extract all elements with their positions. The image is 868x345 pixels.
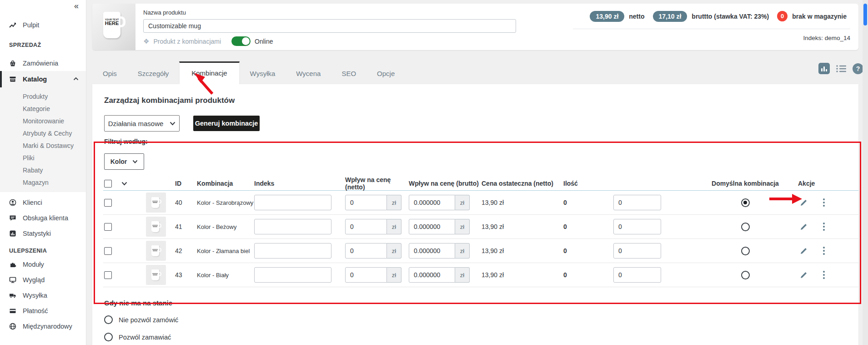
select-all-checkbox[interactable] — [104, 180, 112, 188]
col-header-impact-brutto: Wpływ na cenę (brutto) — [409, 180, 482, 187]
bulk-select-chevron-icon[interactable] — [121, 182, 127, 186]
sidebar-item-kategorie[interactable]: Kategorie — [0, 102, 86, 115]
store-icon — [9, 76, 16, 83]
online-toggle[interactable] — [231, 36, 251, 46]
final-price-value: 13,90 zł — [482, 199, 563, 206]
combination-row: 41 Kolor - Beżowy zł zł 13,90 zł 0 — [103, 215, 858, 239]
sidebar-item-atrybuty[interactable]: Atrybuty & Cechy — [0, 127, 86, 139]
tab-opis[interactable]: Opis — [92, 64, 127, 84]
impact-brutto-input[interactable] — [409, 219, 455, 234]
product-name-input[interactable] — [143, 19, 516, 33]
product-header-card: YOUR TEXT HERE Nazwa produktu ❖ Produkt … — [92, 4, 858, 50]
col-header-id: ID — [175, 180, 197, 187]
sidebar-item-obsluga[interactable]: Obsługa klienta — [0, 210, 86, 226]
bulk-actions-button[interactable]: Działania masowe — [104, 115, 180, 132]
tab-seo[interactable]: SEO — [331, 64, 366, 84]
color-filter-select[interactable]: Kolor — [104, 153, 144, 170]
indeks-input[interactable] — [254, 219, 331, 234]
impact-netto-input[interactable] — [345, 243, 387, 259]
sidebar-item-klienci[interactable]: Klienci — [0, 195, 86, 210]
table-header-row: ID Kombinacja Indeks Wpływ na cenę (nett… — [103, 176, 858, 191]
deny-orders-radio[interactable] — [104, 315, 113, 324]
col-header-default: Domyślna kombinacja — [712, 180, 779, 187]
monitor-icon — [9, 276, 16, 284]
quantity-input[interactable] — [613, 219, 661, 234]
truck-icon — [9, 292, 16, 299]
oos-option-allow[interactable]: Pozwól zamawiać — [104, 333, 858, 341]
sidebar-item-zamowienia[interactable]: Zamówienia — [0, 56, 86, 71]
default-combination-radio[interactable] — [741, 198, 750, 207]
quantity-input[interactable] — [613, 267, 661, 283]
sidebar-item-produkty[interactable]: Produkty — [0, 90, 86, 102]
impact-netto-input[interactable] — [345, 267, 387, 283]
combination-name: Kolor - Szarobrązowy — [197, 199, 254, 206]
sidebar-item-wysylka[interactable]: Wysyłka — [0, 288, 86, 303]
product-type-label: Produkt z kombinacjami — [153, 38, 221, 45]
list-view-icon[interactable] — [836, 64, 847, 73]
sidebar-item-platnosc[interactable]: Płatność — [0, 303, 86, 319]
sidebar-item-label: Zamówienia — [23, 60, 58, 67]
stats-chart-icon[interactable] — [818, 63, 830, 74]
impact-brutto-input[interactable] — [409, 243, 455, 259]
tab-wysylka[interactable]: Wysyłka — [240, 64, 286, 84]
default-combination-radio[interactable] — [741, 247, 750, 255]
row-menu-icon[interactable] — [822, 198, 826, 208]
row-checkbox[interactable] — [104, 247, 112, 255]
impact-netto-input[interactable] — [345, 195, 387, 210]
sidebar-item-label: Międzynarodowy — [23, 323, 72, 330]
help-icon[interactable]: ? — [853, 63, 863, 74]
oos-option-deny[interactable]: Nie pozwól zamówić — [104, 315, 858, 324]
chat-icon — [9, 214, 16, 222]
edit-pencil-icon[interactable] — [800, 223, 808, 231]
generate-combinations-button[interactable]: Generuj kombinacje — [193, 116, 260, 131]
indeks-input[interactable] — [254, 195, 331, 210]
edit-pencil-icon[interactable] — [800, 271, 808, 279]
sidebar-item-pliki[interactable]: Pliki — [0, 152, 86, 164]
combination-name: Kolor - Złamana biel — [197, 248, 254, 254]
combination-name: Kolor - Biały — [197, 272, 254, 279]
indeks-input[interactable] — [254, 243, 331, 259]
sidebar-item-moduly[interactable]: Moduły — [0, 257, 86, 272]
tab-szczegoly[interactable]: Szczegóły — [127, 64, 179, 84]
default-combination-radio[interactable] — [741, 223, 750, 231]
row-checkbox[interactable] — [104, 199, 112, 207]
row-checkbox[interactable] — [104, 271, 112, 279]
sub-item-label: Produkty — [23, 93, 48, 100]
combinations-table: ID Kombinacja Indeks Wpływ na cenę (nett… — [92, 176, 858, 287]
page-scrollbar[interactable] — [863, 0, 868, 345]
impact-netto-input[interactable] — [345, 219, 387, 234]
sidebar-item-label: Pulpit — [23, 21, 39, 29]
sidebar-item-miedzynarodowy[interactable]: Międzynarodowy — [0, 319, 86, 334]
impact-brutto-input[interactable] — [409, 267, 455, 283]
edit-pencil-icon[interactable] — [800, 199, 808, 207]
sidebar-item-magazyn[interactable]: Magazyn — [0, 176, 86, 188]
indeks-input[interactable] — [254, 267, 331, 283]
sidebar-item-label: Katalog — [23, 76, 47, 83]
impact-brutto-input[interactable] — [409, 195, 455, 210]
quantity-input[interactable] — [613, 243, 661, 259]
row-menu-icon[interactable] — [822, 222, 826, 232]
tab-wycena[interactable]: Wycena — [286, 64, 331, 84]
sidebar-collapse-icon[interactable]: « — [74, 2, 79, 10]
quantity-input[interactable] — [613, 195, 661, 210]
currency-addon: zł — [455, 219, 470, 234]
sidebar-item-marki[interactable]: Marki & Dostawcy — [0, 139, 86, 152]
row-checkbox[interactable] — [104, 223, 112, 231]
tab-opcje[interactable]: Opcje — [366, 64, 405, 84]
edit-pencil-icon[interactable] — [800, 247, 808, 255]
sidebar-item-wyglad[interactable]: Wygląd — [0, 272, 86, 288]
sidebar-item-rabaty[interactable]: Rabaty — [0, 164, 86, 176]
default-combination-radio[interactable] — [741, 271, 750, 279]
sidebar-item-monitorowanie[interactable]: Monitorowanie — [0, 115, 86, 127]
globe-icon — [9, 323, 16, 330]
allow-orders-radio[interactable] — [104, 333, 113, 341]
row-menu-icon[interactable] — [822, 246, 826, 256]
sidebar-item-statystyki[interactable]: Statystyki — [0, 226, 86, 241]
sidebar-item-katalog[interactable]: Katalog — [0, 71, 86, 87]
combination-row: 42 Kolor - Złamana biel zł zł 13,90 zł 0 — [103, 239, 858, 263]
sub-item-label: Marki & Dostawcy — [23, 142, 74, 149]
row-menu-icon[interactable] — [822, 270, 826, 280]
sidebar-item-pulpit[interactable]: Pulpit — [0, 17, 86, 33]
tab-kombinacje[interactable]: Kombinacje — [179, 61, 239, 84]
scrollbar-thumb[interactable] — [863, 4, 867, 25]
